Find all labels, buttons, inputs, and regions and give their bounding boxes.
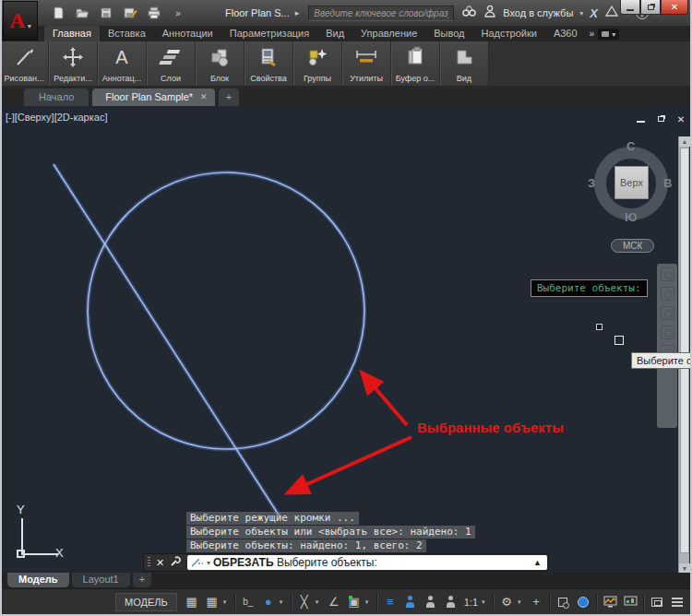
polar-caret-icon[interactable]: ▾ [280, 598, 287, 606]
tab-output[interactable]: Вывод [425, 26, 472, 41]
viewcube-south[interactable]: Ю [625, 210, 637, 224]
navigation-bar[interactable] [657, 264, 677, 428]
tab-layout1[interactable]: Layout1 [72, 573, 130, 587]
scroll-down-icon[interactable]: ▼ [679, 563, 690, 573]
tab-a360[interactable]: A360 [545, 26, 586, 41]
save-icon[interactable] [98, 5, 114, 21]
viewport-minimize-icon[interactable] [635, 113, 646, 124]
annotation-scale-value[interactable]: 1:1 [462, 597, 480, 608]
dynamic-input-icon[interactable]: b_ [239, 593, 257, 611]
svg-text:A: A [115, 47, 128, 67]
tab-insert[interactable]: Вставка [100, 26, 154, 41]
open-file-icon[interactable] [74, 5, 90, 21]
viewcube-face-top[interactable]: Верх [614, 166, 649, 199]
new-file-icon[interactable] [50, 5, 66, 21]
title-expand-icon[interactable]: ▸ [295, 8, 300, 18]
clean-screen-icon[interactable] [648, 593, 666, 611]
workspace-gear-icon[interactable]: ⚙ [497, 593, 516, 611]
tab-addins[interactable]: Надстройки [473, 26, 545, 41]
tab-model[interactable]: Модель [7, 573, 69, 587]
viewport-close-icon[interactable]: ✕ [675, 113, 686, 124]
new-layout-button[interactable]: + [133, 573, 151, 587]
application-menu-button[interactable]: A ▾ [3, 1, 38, 41]
sign-in-caret-icon[interactable]: ▾ [579, 9, 583, 18]
panel-layers[interactable]: Слои [147, 41, 196, 86]
command-expand-icon[interactable]: ▲ [533, 558, 543, 567]
clipboard-icon [403, 41, 427, 73]
scrollbar-thumb[interactable] [680, 148, 689, 553]
panel-modify[interactable]: Редакти... [49, 41, 98, 86]
customization-menu-icon[interactable] [668, 593, 686, 611]
user-icon[interactable] [483, 5, 496, 21]
restore-button[interactable] [640, 0, 661, 15]
annotation-scale-icon[interactable] [442, 593, 460, 611]
viewcube-east[interactable]: В [663, 176, 672, 190]
workspace-caret-icon[interactable]: ▾ [518, 598, 525, 606]
panel-utilities[interactable]: Утилиты [342, 41, 391, 86]
tab-parametric[interactable]: Параметризация [221, 26, 317, 41]
file-tab-drawing[interactable]: Floor Plan Sample* ✕ [92, 89, 214, 106]
tab-home[interactable]: Главная [44, 26, 100, 41]
viewport-restore-icon[interactable] [655, 113, 666, 124]
file-tab-close-icon[interactable]: ✕ [200, 92, 208, 101]
plot-icon[interactable] [146, 5, 162, 21]
panel-view[interactable]: Вид [440, 41, 489, 86]
graphics-performance-icon[interactable] [574, 593, 592, 611]
annotation-monitor-icon[interactable]: + [527, 593, 545, 611]
grid-icon[interactable]: ▦ [183, 593, 201, 611]
object-snap-tracking-icon[interactable]: ∠ [325, 593, 343, 611]
isometric-drafting-icon[interactable]: ╳ [295, 593, 314, 611]
search-input[interactable] [308, 6, 454, 21]
isolate-objects-icon[interactable] [554, 593, 572, 611]
tab-manage[interactable]: Управление [352, 26, 425, 41]
drawing-canvas[interactable]: [-][Сверху][2D-каркас] ✕ С З В Ю Верх МС… [0, 106, 692, 573]
search-icon[interactable] [461, 5, 477, 21]
qat-overflow-icon[interactable]: » [170, 5, 186, 21]
model-space-button[interactable]: МОДЕЛЬ [115, 593, 177, 611]
ribbon-overflow-icon[interactable]: » [586, 29, 599, 41]
tab-view[interactable]: Вид [317, 26, 352, 41]
panel-annotation[interactable]: A Аннотац... [98, 41, 147, 86]
system-monitor-icon[interactable] [601, 593, 619, 611]
minimize-button[interactable] [620, 0, 640, 15]
customize-wrench-icon[interactable] [170, 554, 181, 571]
viewcube-wcs-button[interactable]: МСК [611, 239, 654, 253]
line-object[interactable] [54, 164, 280, 516]
object-snap-icon[interactable]: ▣ [345, 593, 364, 611]
scale-caret-icon[interactable]: ▾ [482, 598, 489, 606]
lineweight-icon[interactable]: ≡ [381, 593, 400, 611]
autoscale-icon[interactable] [422, 593, 440, 611]
osnap-caret-icon[interactable]: ▾ [365, 598, 373, 606]
navigation-wheel-icon[interactable] [661, 267, 674, 281]
panel-clipboard[interactable]: Буфер о... [391, 41, 440, 86]
pan-icon[interactable] [661, 287, 674, 301]
viewcube-north[interactable]: С [626, 139, 635, 153]
viewport-controls-label[interactable]: [-][Сверху][2D-каркас] [6, 112, 107, 123]
command-close-icon[interactable]: ✕ [156, 557, 164, 569]
panel-groups[interactable]: Группы [293, 41, 342, 86]
viewcube-west[interactable]: З [588, 176, 595, 190]
share-settings-icon[interactable] [621, 593, 639, 611]
media-browser-button[interactable]: ▾ [598, 29, 619, 40]
polar-tracking-icon[interactable]: ● [259, 593, 278, 611]
tab-annotate[interactable]: Аннотации [154, 26, 221, 41]
close-button[interactable]: ✕ [661, 0, 688, 15]
zoom-icon[interactable] [661, 306, 674, 320]
panel-block[interactable]: Блок [196, 41, 245, 86]
snap-caret-icon[interactable]: ▾ [223, 598, 231, 606]
iso-caret-icon[interactable]: ▾ [316, 598, 323, 606]
command-input[interactable]: ▾ ОБРЕЗАТЬ Выберите объекты: ▲ [187, 555, 547, 570]
panel-draw[interactable]: Рисован... [0, 41, 49, 86]
new-drawing-tab-button[interactable]: + [219, 89, 239, 106]
command-bar-grip[interactable] [148, 557, 150, 568]
a360-icon[interactable] [604, 5, 619, 21]
orbit-icon[interactable] [661, 326, 674, 339]
panel-properties[interactable]: Свойства [245, 41, 293, 86]
sign-in-label[interactable]: Вход в службы [503, 7, 573, 18]
snap-icon[interactable]: ▦ [203, 593, 221, 611]
file-tab-start[interactable]: Начало [24, 89, 89, 106]
annotation-visibility-icon[interactable] [401, 593, 420, 611]
scroll-up-icon[interactable]: ▲ [679, 136, 690, 147]
exchange-apps-icon[interactable]: X [590, 6, 598, 20]
save-as-icon[interactable] [122, 5, 138, 21]
